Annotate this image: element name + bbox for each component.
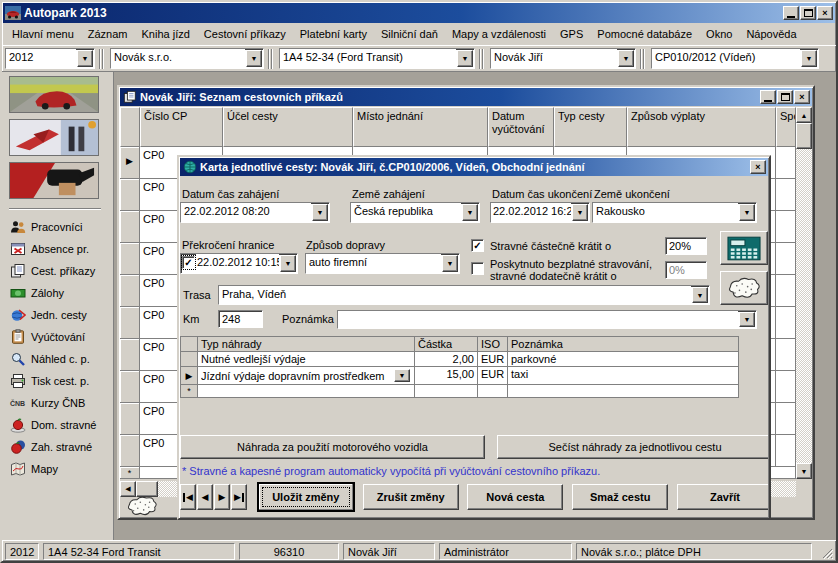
chevron-down-icon[interactable]: ▼ (692, 287, 708, 303)
menu-silnicni-dan[interactable]: Silniční daň (374, 24, 445, 44)
meal-reduce-percent-field[interactable]: 20% (665, 237, 707, 255)
border-crossing-select[interactable]: ✓ 22.02.2012 10:15 ▼ (180, 253, 298, 274)
column-header-typ-cesty[interactable]: Typ cesty (554, 107, 627, 147)
column-header-datum-vyuctovani[interactable]: Datum vyúčtování (488, 107, 554, 147)
chevron-down-icon[interactable]: ▼ (312, 204, 328, 221)
vertical-scrollbar-track[interactable] (796, 149, 812, 463)
menu-mapy-a-vzdalenosti[interactable]: Mapy a vzdálenosti (445, 24, 553, 44)
row-selector (120, 371, 140, 403)
maximize-button[interactable] (800, 6, 816, 20)
fuel-photo (9, 162, 99, 199)
chevron-down-icon[interactable]: ▼ (280, 255, 296, 272)
driver-select[interactable]: Novák Jiří ▼ (490, 48, 636, 69)
menu-napoveda[interactable]: Nápověda (739, 24, 803, 44)
sidebar-item-vyuctovani[interactable]: Vyúčtování (9, 326, 113, 348)
route-select[interactable]: Praha, Vídeň ▼ (218, 285, 710, 305)
chevron-down-icon[interactable]: ▼ (801, 50, 817, 67)
app-car-icon (5, 6, 21, 20)
start-datetime-select[interactable]: 22.02.2012 08:20 ▼ (180, 202, 330, 223)
status-driver: Novák Jiří (343, 543, 435, 560)
chevron-down-icon[interactable]: ▼ (457, 50, 473, 67)
free-meals-checkbox[interactable] (471, 262, 484, 275)
sidebar-item-absence[interactable]: Absence pr. (9, 238, 113, 260)
trip-card-dialog: Karta jednotlivé cesty: Novák Jiří, č.CP… (177, 155, 771, 520)
map-icon (724, 274, 764, 303)
chevron-down-icon[interactable]: ▼ (394, 369, 410, 382)
scroll-up-icon[interactable]: ▲ (796, 107, 812, 123)
transport-mode-select[interactable]: auto firemní ▼ (305, 253, 460, 274)
start-country-select[interactable]: Česká republika ▼ (350, 202, 480, 223)
menu-hlavni-menu[interactable]: Hlavní menu (5, 24, 81, 44)
km-field[interactable]: 248 (218, 310, 263, 328)
sidebar-item-dom-stravne[interactable]: Dom. stravné (9, 414, 113, 436)
column-header-cislo-cp[interactable]: Číslo CP (140, 107, 223, 147)
chevron-down-icon[interactable]: ▼ (618, 50, 634, 67)
end-country-select[interactable]: Rakousko ▼ (592, 202, 757, 223)
note-select[interactable]: ▼ (337, 310, 757, 329)
note-value (338, 311, 738, 328)
sidebar-item-tisk[interactable]: Tisk cest. p. (9, 370, 113, 392)
chevron-down-icon[interactable]: ▼ (462, 204, 478, 221)
menu-okno[interactable]: Okno (699, 24, 739, 44)
compensation-new-row[interactable]: * (181, 385, 739, 398)
save-changes-button[interactable]: Uložit změny (258, 483, 354, 511)
delete-trip-button[interactable]: Smaž cestu (572, 484, 668, 510)
vertical-scrollbar-thumb[interactable] (796, 123, 812, 149)
menu-gps[interactable]: GPS (553, 24, 590, 44)
menu-platebni-karty[interactable]: Platební karty (293, 24, 374, 44)
chevron-down-icon[interactable]: ▼ (739, 312, 755, 327)
menu-cestovni-prikazy[interactable]: Cestovní příkazy (197, 24, 293, 44)
previous-record-button[interactable]: ◀ (197, 484, 213, 510)
close-icon[interactable]: × (750, 160, 766, 174)
chevron-down-icon[interactable]: ▼ (246, 50, 262, 67)
close-button[interactable]: × (817, 6, 833, 20)
close-dialog-button[interactable]: Zavřít (677, 484, 768, 510)
column-header-ucel-cesty[interactable]: Účel cesty (223, 107, 353, 147)
company-select[interactable]: Novák s.r.o. ▼ (110, 48, 264, 69)
sidebar-item-kurzy-cnb[interactable]: ČNB Kurzy ČNB (9, 392, 113, 414)
sum-compensations-button[interactable]: Sečíst náhrady za jednotlivou cestu (497, 435, 768, 459)
sidebar-item-pracovnici[interactable]: Pracovníci (9, 216, 113, 238)
vehicle-select[interactable]: 1A4 52-34 (Ford Transit) ▼ (279, 48, 475, 69)
chevron-down-icon[interactable]: ▼ (77, 50, 93, 67)
compensation-row-selected[interactable]: ▶ Jízdní výdaje dopravním prostředkem ▼ … (181, 367, 739, 385)
end-datetime-select[interactable]: 22.02.2012 16:25 ▼ (490, 202, 590, 223)
vertical-scrollbar[interactable]: ▲ ▼ (796, 107, 812, 479)
column-header-spolucestujici[interactable]: Spoluc (776, 107, 796, 147)
sidebar-item-zah-stravne[interactable]: Zah. stravné (9, 436, 113, 458)
close-button[interactable]: × (794, 90, 810, 104)
calculator-button[interactable] (720, 231, 768, 265)
chevron-down-icon[interactable]: ▼ (739, 204, 755, 221)
scroll-down-icon[interactable]: ▼ (796, 463, 812, 479)
new-trip-button[interactable]: Nová cesta (467, 484, 563, 510)
sidebar-item-mapy[interactable]: Mapy (9, 458, 113, 480)
cell-type-combo[interactable]: Jízdní výdaje dopravním prostředkem ▼ (198, 367, 415, 385)
sidebar-item-cest-prikazy[interactable]: Cest. příkazy (9, 260, 113, 282)
discard-changes-button[interactable]: Zrušit změny (363, 484, 459, 510)
vehicle-compensation-button[interactable]: Náhrada za použití motorového vozidla (180, 435, 485, 459)
border-crossing-checkbox[interactable]: ✓ (182, 256, 195, 269)
sidebar-item-nahled[interactable]: Náhled c. p. (9, 348, 113, 370)
trip-select[interactable]: CP010/2012 (Vídeň) ▼ (651, 48, 819, 69)
minimize-button[interactable] (760, 90, 776, 104)
menu-pomocne-databaze[interactable]: Pomocné databáze (590, 24, 699, 44)
year-select[interactable]: 2012 ▼ (5, 48, 95, 69)
next-record-button[interactable]: ▶ (214, 484, 230, 510)
first-record-button[interactable]: ◀ (180, 484, 196, 510)
last-record-button[interactable]: ▶ (231, 484, 247, 510)
maximize-button[interactable] (777, 90, 793, 104)
meal-reduce-checkbox[interactable]: ✓ (471, 239, 484, 252)
sidebar-item-zalohy[interactable]: Zálohy (9, 282, 113, 304)
menu-zaznam[interactable]: Záznam (81, 24, 135, 44)
map-button[interactable] (720, 271, 768, 305)
resize-grip[interactable] (820, 546, 833, 559)
sidebar-item-jedn-cesty[interactable]: Jedn. cesty (9, 304, 113, 326)
menu-kniha-jizd[interactable]: Kniha jízd (135, 24, 197, 44)
chevron-down-icon[interactable]: ▼ (442, 255, 458, 272)
column-header-zpusob-vyplaty[interactable]: Způsob výplaty (627, 107, 776, 147)
column-header-misto-jednani[interactable]: Místo jednání (353, 107, 488, 147)
compensation-row[interactable]: Nutné vedlejší výdaje 2,00 EUR parkovné (181, 352, 739, 367)
statusbar: 2012 1A4 52-34 Ford Transit 96310 Novák … (2, 540, 836, 561)
chevron-down-icon[interactable]: ▼ (572, 204, 588, 221)
minimize-button[interactable] (783, 6, 799, 20)
